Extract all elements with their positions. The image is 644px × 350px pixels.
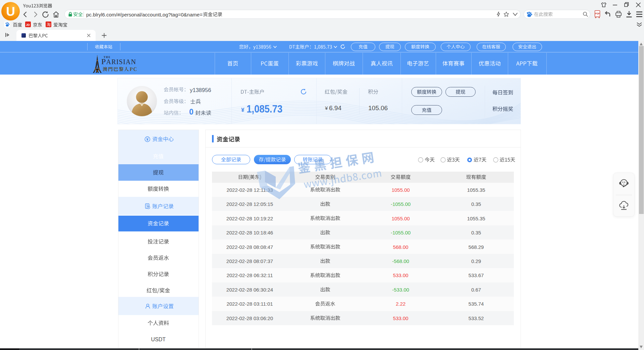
svg-text:JD: JD <box>26 23 30 27</box>
svg-text:PDF: PDF <box>595 12 600 15</box>
